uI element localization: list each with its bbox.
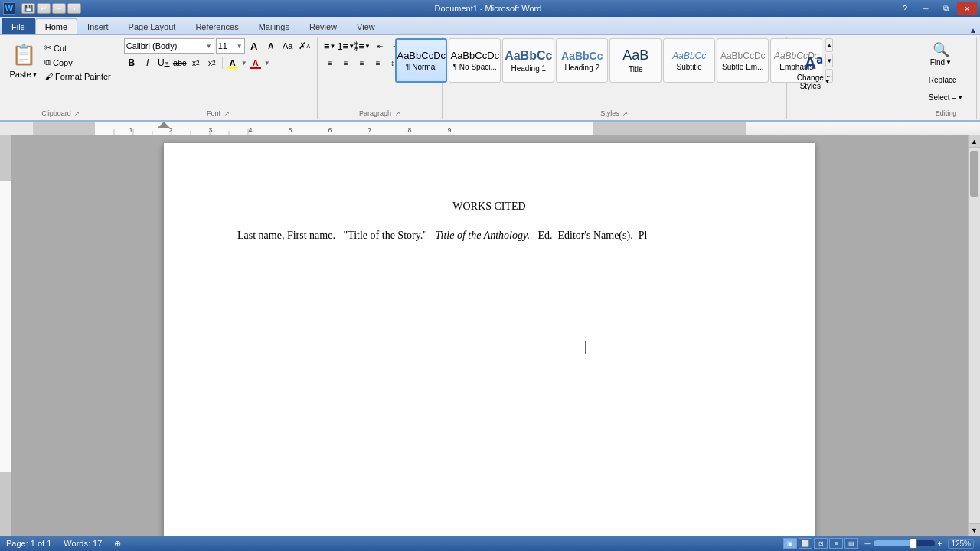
style-normal-btn[interactable]: AaBbCcDc ¶ Normal (395, 38, 447, 83)
style-title-btn[interactable]: AaB Title (609, 38, 662, 83)
ribbon-spacer (841, 37, 916, 119)
underline-btn[interactable]: U▼ (156, 55, 172, 70)
close-btn[interactable]: ✕ (957, 2, 977, 15)
change-case-btn[interactable]: Aa (280, 38, 296, 54)
cursor-i-beam (581, 341, 582, 354)
vertical-scrollbar[interactable]: ▲ ▼ (968, 135, 980, 536)
cut-btn[interactable]: ✂ Cut (41, 41, 114, 54)
print-layout-btn[interactable]: ▣ (783, 538, 797, 549)
change-styles-btn[interactable]: Aᵃ ChangeStyles ▼ (792, 50, 836, 94)
customize-quick-btn[interactable]: ▼ (67, 3, 81, 14)
font-color-dropdown-arrow[interactable]: ▼ (264, 60, 270, 67)
multilevel-list-btn[interactable]: ⁑≡▼ (354, 38, 370, 54)
style-heading2-btn[interactable]: AaBbCc Heading 2 (556, 38, 608, 83)
tab-page-layout[interactable]: Page Layout (119, 18, 186, 34)
subscript-btn[interactable]: x2 (188, 55, 204, 70)
scroll-down-btn[interactable]: ▼ (969, 523, 980, 536)
web-layout-btn[interactable]: ⊡ (814, 538, 828, 549)
undo-quick-btn[interactable]: ↩ (37, 3, 51, 14)
clear-format-btn[interactable]: ✗A (297, 38, 312, 54)
align-left-btn[interactable]: ≡ (322, 55, 338, 70)
font-group: Calibri (Body) ▼ 11 ▼ A A Aa ✗A B I U▼ a… (119, 37, 318, 119)
left-ruler-area (0, 135, 11, 536)
word-app-icon: W (3, 2, 15, 15)
tab-insert[interactable]: Insert (77, 18, 119, 34)
shrink-font-btn[interactable]: A (263, 38, 279, 54)
draft-btn[interactable]: ▤ (844, 538, 858, 549)
clipboard-expand-icon[interactable]: ↗ (74, 110, 80, 117)
vertical-ruler (0, 135, 11, 536)
font-size-dropdown-arrow: ▼ (237, 43, 243, 50)
font-color-btn[interactable]: A (248, 55, 263, 70)
tab-review[interactable]: Review (299, 18, 347, 34)
collapse-ribbon-btn[interactable]: ▲ (969, 26, 977, 34)
paste-btn[interactable]: 📋 Paste ▼ (8, 38, 40, 80)
tab-file[interactable]: File (2, 18, 35, 34)
scroll-up-btn[interactable]: ▲ (969, 135, 980, 148)
format-painter-btn[interactable]: 🖌 Format Painter (41, 70, 114, 83)
zoom-in-btn[interactable]: + (938, 540, 942, 548)
styles-group: AaBbCcDc ¶ Normal AaBbCcDc ¶ No Spaci...… (443, 37, 787, 119)
style-subtitle-btn[interactable]: AaBbCc Subtitle (663, 38, 715, 83)
font-name-combo[interactable]: Calibri (Body) ▼ (124, 38, 214, 54)
svg-rect-22 (0, 472, 11, 536)
restore-btn[interactable]: ⧉ (936, 2, 956, 15)
bold-btn[interactable]: B (124, 55, 139, 70)
minimize-btn[interactable]: ─ (916, 2, 936, 15)
zoom-out-btn[interactable]: ─ (864, 540, 870, 548)
scroll-thumb[interactable] (970, 151, 978, 197)
grow-font-btn[interactable]: A (247, 38, 262, 54)
style-subtle-preview: AaBbCcDc (720, 51, 766, 61)
document-content[interactable]: WORKS CITED Last name, First name. "Titl… (237, 198, 741, 245)
svg-text:9: 9 (447, 126, 451, 134)
zoom-slider[interactable] (874, 540, 935, 546)
redo-quick-btn[interactable]: ↪ (52, 3, 66, 14)
styles-expand-icon[interactable]: ↗ (622, 110, 628, 117)
font-expand-icon[interactable]: ↗ (224, 110, 230, 117)
numbering-btn[interactable]: 1≡▼ (338, 38, 354, 54)
copy-btn[interactable]: ⧉ Copy (41, 56, 114, 69)
justify-btn[interactable]: ≡ (371, 55, 386, 70)
works-cited-heading: WORKS CITED (237, 198, 741, 215)
binoculars-icon: 🔍 (933, 41, 949, 58)
save-quick-btn[interactable]: 💾 (21, 3, 35, 14)
find-label: Find ▼ (930, 58, 952, 67)
superscript-btn[interactable]: x2 (204, 55, 220, 70)
style-nospace-preview: AaBbCcDc (450, 50, 499, 61)
find-btn[interactable]: 🔍 Find ▼ (923, 38, 959, 70)
strikethrough-btn[interactable]: abc (172, 55, 188, 70)
bullets-btn[interactable]: ≡▼ (322, 38, 338, 54)
page-status: Page: 1 of 1 (6, 539, 51, 548)
tab-view[interactable]: View (347, 18, 385, 34)
select-btn[interactable]: Select = ▼ (923, 90, 969, 105)
style-subtitle-label: Subtitle (677, 63, 702, 71)
full-screen-btn[interactable]: ⬜ (799, 538, 812, 549)
svg-rect-1 (593, 122, 746, 135)
citation-story-title: Title of the Story. (348, 230, 423, 241)
align-right-btn[interactable]: ≡ (354, 55, 370, 70)
style-subtle-em-btn[interactable]: AaBbCcDc Subtle Em... (717, 38, 769, 83)
tab-mailings[interactable]: Mailings (249, 18, 299, 34)
document-scroll-area[interactable]: WORKS CITED Last name, First name. "Titl… (11, 135, 968, 536)
highlight-dropdown-arrow[interactable]: ▼ (241, 60, 247, 67)
replace-btn[interactable]: Replace (923, 73, 962, 87)
text-highlight-btn[interactable]: A (225, 55, 240, 70)
font-size-combo[interactable]: 11 ▼ (216, 38, 245, 54)
scroll-track[interactable] (969, 148, 980, 523)
svg-text:7: 7 (368, 126, 371, 134)
style-heading1-btn[interactable]: AaBbCc Heading 1 (502, 38, 554, 83)
decrease-indent-btn[interactable]: ⇤ (372, 38, 387, 54)
italic-btn[interactable]: I (140, 55, 155, 70)
tab-references[interactable]: References (185, 18, 248, 34)
tab-home[interactable]: Home (35, 18, 77, 34)
zoom-control: ─ + 125% (864, 539, 974, 549)
quick-access-toolbar: 💾 ↩ ↪ ▼ (21, 3, 81, 14)
help-btn[interactable]: ? (895, 2, 915, 15)
zoom-level-btn[interactable]: 125% (948, 539, 974, 549)
zoom-slider-thumb[interactable] (910, 538, 917, 549)
window-controls: ? ─ ⧉ ✕ (895, 2, 977, 15)
outline-btn[interactable]: ≡ (829, 538, 843, 549)
style-no-spacing-btn[interactable]: AaBbCcDc ¶ No Spaci... (449, 38, 501, 83)
paragraph-label: Paragraph ↗ (359, 109, 400, 117)
align-center-btn[interactable]: ≡ (338, 55, 354, 70)
